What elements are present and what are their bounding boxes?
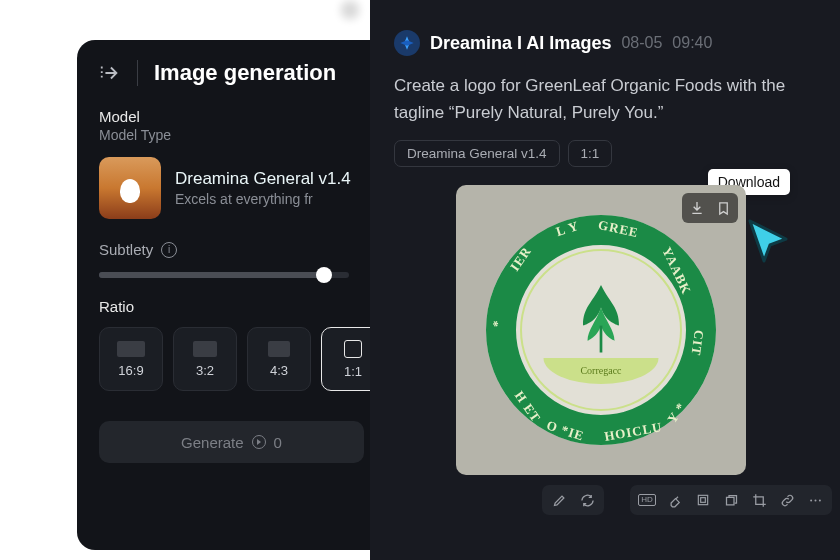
generate-label: Generate	[181, 434, 244, 451]
edit-icon[interactable]	[550, 491, 568, 509]
result-wrap: Download Corregacc L Y GREE IER YAABK * …	[456, 185, 746, 515]
svg-rect-5	[701, 498, 706, 503]
generated-image[interactable]: Corregacc L Y GREE IER YAABK * CIT H ET …	[456, 185, 746, 475]
generate-cost: 0	[274, 434, 282, 451]
ratio-3-2[interactable]: 3:2	[173, 327, 237, 391]
divider	[137, 60, 138, 86]
hd-badge[interactable]: HD	[638, 491, 656, 509]
result-time: 09:40	[672, 34, 712, 52]
more-icon[interactable]	[806, 491, 824, 509]
crop-icon[interactable]	[750, 491, 768, 509]
download-icon[interactable]	[686, 197, 708, 219]
model-thumbnail	[99, 157, 161, 219]
svg-rect-6	[726, 497, 734, 505]
slider-handle[interactable]	[316, 267, 332, 283]
slider-fill	[99, 272, 324, 278]
layers-icon[interactable]	[722, 491, 740, 509]
subtlety-label: Subtlety	[99, 241, 153, 258]
ratio-16-9[interactable]: 16:9	[99, 327, 163, 391]
subtlety-slider[interactable]	[99, 272, 349, 278]
svg-point-8	[814, 499, 816, 501]
ratio-4-3[interactable]: 4:3	[247, 327, 311, 391]
model-description: Excels at everything fr	[175, 191, 351, 207]
meta-chips: Dreamina General v1.4 1:1	[370, 126, 840, 167]
panel-title: Image generation	[154, 60, 336, 86]
link-icon[interactable]	[778, 491, 796, 509]
chip-model[interactable]: Dreamina General v1.4	[394, 140, 560, 167]
prompt-text: Create a logo for GreenLeaf Organic Food…	[370, 62, 840, 126]
image-overlay-actions	[682, 193, 738, 223]
erase-icon[interactable]	[666, 491, 684, 509]
svg-point-7	[810, 499, 812, 501]
toolbar-group-left	[542, 485, 604, 515]
result-toolbar: HD	[542, 485, 746, 515]
chip-ratio[interactable]: 1:1	[568, 140, 613, 167]
collapse-icon[interactable]	[99, 62, 121, 84]
result-date: 08-05	[621, 34, 662, 52]
result-title: Dreamina I AI Images	[430, 33, 611, 54]
svg-marker-2	[400, 40, 413, 45]
bookmark-icon[interactable]	[712, 197, 734, 219]
cursor-pointer-icon	[742, 215, 794, 267]
coin-icon	[252, 435, 266, 449]
refresh-icon[interactable]	[578, 491, 596, 509]
result-panel: Dreamina I AI Images 08-05 09:40 Create …	[370, 0, 840, 560]
model-name: Dreamina General v1.4	[175, 169, 351, 189]
svg-point-9	[818, 499, 820, 501]
svg-rect-4	[698, 496, 707, 505]
seal-text: L Y GREE IER YAABK * CIT H ET Y * O *IE …	[486, 215, 716, 445]
toolbar-group-right: HD	[630, 485, 832, 515]
logo-seal: Corregacc L Y GREE IER YAABK * CIT H ET …	[486, 215, 716, 445]
info-icon[interactable]: i	[161, 242, 177, 258]
frame-icon[interactable]	[694, 491, 712, 509]
dreamina-logo-icon	[394, 30, 420, 56]
generate-button[interactable]: Generate 0	[99, 421, 364, 463]
result-header: Dreamina I AI Images 08-05 09:40	[370, 0, 840, 62]
